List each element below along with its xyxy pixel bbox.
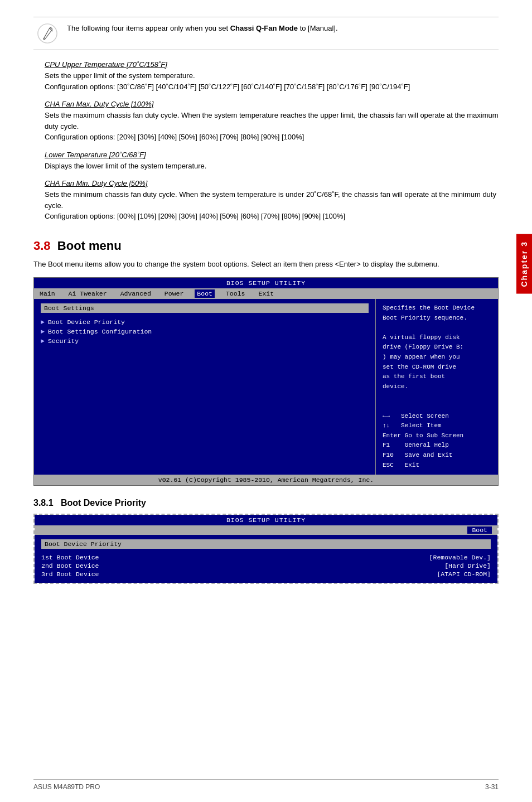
item-config-1: Configuration options: [30˚C/86˚F] [40˚C… [45,81,499,93]
bios-help-text: Specifies the Boot Device Boot Priority … [383,303,491,470]
item-title-3: Lower Temperature [20˚C/68˚F] [45,151,499,159]
section-num: 3.8 [33,239,51,253]
menu-aitweaker: Ai Tweaker [66,289,109,298]
item-title-2: CHA Fan Max. Duty Cycle [100%] [45,100,499,108]
bios2-row2-label: 2nd Boot Device [41,562,99,569]
bios2-section-title: Boot Device Priority [41,539,491,549]
item-cha-fan-max: CHA Fan Max. Duty Cycle [100%] Sets the … [33,100,499,143]
item-cpu-upper-temp: CPU Upper Temperature [70˚C/158˚F] Sets … [33,60,499,92]
section-381-heading: 3.8.1 Boot Device Priority [33,498,499,508]
menu-exit: Exit [256,289,276,298]
sub-num: 3.8.1 [33,498,54,508]
bios-menubar: Main Ai Tweaker Advanced Power Boot Tool… [34,288,498,299]
bios2-row3-value: [ATAPI CD-ROM] [437,571,491,578]
menu-tools: Tools [224,289,248,298]
chapter-sidebar: Chapter 3 [516,234,532,294]
section-title: Boot menu [57,239,122,253]
bios-item-boot-settings-config[interactable]: ► Boot Settings Configuration [41,327,369,336]
bios-item-security[interactable]: ► Security [41,336,369,346]
item-cha-fan-min: CHA Fan Min. Duty Cycle [50%] Sets the m… [33,179,499,222]
item-desc-1: Sets the upper limit of the system tempe… [45,70,499,81]
page-container: The following four items appear only whe… [0,0,532,802]
item-title-4: CHA Fan Min. Duty Cycle [50%] [45,179,499,187]
sub-title: Boot Device Priority [61,498,146,508]
note-bold: Chassi Q-Fan Mode [230,24,298,32]
item-desc-4: Sets the minimum chassis fan duty cycle.… [45,189,499,211]
bios-screenshot-1: BIOS SETUP UTILITY Main Ai Tweaker Advan… [33,277,499,486]
section-intro: The Boot menu items allow you to change … [33,259,499,270]
bios-item-boot-device-priority[interactable]: ► Boot Device Priority [41,317,369,327]
bios-screenshot-2: BIOS SETUP UTILITY Boot Boot Device Prio… [33,514,499,584]
bios2-row2-value: [Hard Drive] [444,562,491,569]
bios2-row-2: 2nd Boot Device [Hard Drive] [41,562,491,570]
bios2-tab-bar: Boot [35,525,497,535]
item-desc-2: Sets the maximum chassis fan duty cycle.… [45,110,499,132]
bios2-content: Boot Device Priority 1st Boot Device [Re… [35,535,497,583]
footer-right: 3-31 [485,783,499,791]
item-desc-3: Displays the lower limit of the system t… [45,161,499,172]
bios-left-panel: Boot Settings ► Boot Device Priority ► B… [34,299,375,475]
bios2-row1-value: [Removable Dev.] [429,554,491,561]
bios-right-panel: Specifies the Boot Device Boot Priority … [375,299,498,475]
item-lower-temp: Lower Temperature [20˚C/68˚F] Displays t… [33,151,499,172]
bios2-row1-label: 1st Boot Device [41,554,99,561]
svg-point-0 [38,24,57,43]
note-before: The following four items appear only whe… [67,24,230,32]
bios-footer-1: v02.61 (C)Copyright 1985-2010, American … [34,475,498,485]
footer-left: ASUS M4A89TD PRO [33,783,100,791]
bios2-header-label: BIOS SETUP UTILITY [226,516,306,524]
bios-header-1: BIOS SETUP UTILITY [34,278,498,288]
page-footer: ASUS M4A89TD PRO 3-31 [33,779,499,791]
item-config-2: Configuration options: [20%] [30%] [40%]… [45,132,499,143]
bios2-row-1: 1st Boot Device [Removable Dev.] [41,553,491,562]
arrow-icon-2: ► [41,328,45,335]
bios2-row3-label: 3rd Boot Device [41,571,99,578]
bios-item-label-2: Boot Settings Configuration [48,328,152,335]
menu-power: Power [162,289,186,298]
bios-item-label-3: Security [48,337,79,345]
note-text: The following four items appear only whe… [67,23,338,34]
menu-boot[interactable]: Boot [195,289,215,298]
note-box: The following four items appear only whe… [33,17,499,50]
bios-content: Boot Settings ► Boot Device Priority ► B… [34,299,498,475]
bios-header-2: BIOS SETUP UTILITY [35,515,497,525]
menu-main: Main [37,289,57,298]
item-config-4: Configuration options: [00%] [10%] [20%]… [45,211,499,222]
bios2-row-3: 3rd Boot Device [ATAPI CD-ROM] [41,570,491,578]
note-icon [33,23,61,44]
menu-advanced: Advanced [118,289,153,298]
arrow-icon-1: ► [41,318,45,326]
bios-section-title: Boot Settings [41,303,369,313]
bios-item-label-1: Boot Device Priority [48,318,125,326]
bios2-active-tab: Boot [467,526,492,534]
section-38-heading: 3.8 Boot menu [33,239,499,253]
note-after: to [Manual]. [298,24,338,32]
item-title-1: CPU Upper Temperature [70˚C/158˚F] [45,60,499,69]
arrow-icon-3: ► [41,337,45,345]
